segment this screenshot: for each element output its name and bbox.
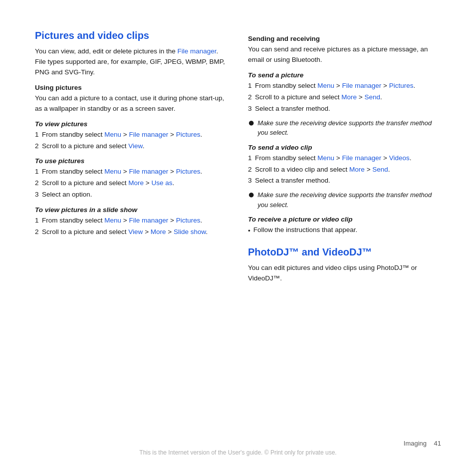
list-item: 1 From standby select Menu > File manage… [35,130,228,140]
to-send-picture-list: 1 From standby select Menu > File manage… [248,81,441,114]
section-title-pictures: Pictures and video clips [35,30,228,41]
list-item: 2 Scroll to a picture and select More > … [248,92,441,103]
list-item: 1 From standby select Menu > File manage… [35,216,228,226]
page-number: 41 [434,440,441,447]
using-pictures-heading: Using pictures [35,84,228,91]
photodj-title: PhotoDJ™ and VideoDJ™ [248,246,441,258]
more-link-2[interactable]: More [151,228,166,236]
pictures-link-4[interactable]: Pictures [389,82,414,89]
note-icon-2: ● [248,189,254,200]
list-item: 2 Scroll to a video clip and select More… [248,165,441,175]
note-icon-1: ● [248,117,254,128]
to-receive-text: Follow the instructions that appear. [253,225,358,236]
view-link-2[interactable]: View [128,228,143,236]
pictures-link-2[interactable]: Pictures [176,168,201,175]
left-column: Pictures and video clips You can view, a… [35,30,228,430]
page: Pictures and video clips You can view, a… [0,0,476,476]
list-item: 2 Scroll to a picture and select View. [35,141,228,152]
send-video-note: ● Make sure the receiving device support… [248,190,441,210]
to-use-list: 1 From standby select Menu > File manage… [35,167,228,200]
list-item: 3 Select a transfer method. [248,104,441,114]
to-view-list: 1 From standby select Menu > File manage… [35,130,228,152]
list-item: 1 From standby select Menu > File manage… [248,81,441,91]
menu-link-4[interactable]: Menu [317,82,334,89]
using-pictures-body: You can add a picture to a contact, use … [35,93,228,114]
send-link-1[interactable]: Send [365,93,381,101]
view-link-1[interactable]: View [128,142,142,150]
right-column: Sending and receiving You can send and r… [248,30,441,430]
more-link-1[interactable]: More [128,179,144,187]
content-area: Pictures and video clips You can view, a… [35,30,441,430]
menu-link-5[interactable]: Menu [317,154,334,162]
list-item: 3 Select an option. [35,190,228,200]
to-send-video-heading: To send a video clip [248,144,441,151]
to-slideshow-list: 1 From standby select Menu > File manage… [35,216,228,238]
to-view-heading: To view pictures [35,120,228,128]
footer: Imaging 41 This is the Internet version … [35,430,441,456]
footer-disclaimer: This is the Internet version of the User… [35,449,441,456]
menu-link-1[interactable]: Menu [104,131,121,138]
list-item: 1 From standby select Menu > File manage… [35,167,228,177]
file-manager-link-intro[interactable]: File manager [177,47,216,55]
file-manager-link-2[interactable]: File manager [129,168,168,175]
page-info: Imaging 41 [35,440,441,447]
file-manager-link-3[interactable]: File manager [129,217,168,224]
to-send-picture-heading: To send a picture [248,71,441,79]
list-item: 3 Select a transfer method. [248,176,441,186]
menu-link-2[interactable]: Menu [104,168,121,175]
page-section: Imaging [404,440,427,447]
to-receive-heading: To receive a picture or video clip [248,216,441,223]
more-link-3[interactable]: More [341,93,357,101]
pictures-link-3[interactable]: Pictures [176,217,201,224]
list-item: 2 Scroll to a picture and select View > … [35,227,228,238]
send-link-2[interactable]: Send [372,166,388,173]
list-item: 1 From standby select Menu > File manage… [248,153,441,164]
file-manager-link-1[interactable]: File manager [129,131,168,138]
sending-heading: Sending and receiving [248,35,441,42]
to-receive-bullet: • Follow the instructions that appear. [248,225,441,237]
send-picture-note: ● Make sure the receiving device support… [248,118,441,138]
to-send-video-list: 1 From standby select Menu > File manage… [248,153,441,187]
to-slideshow-heading: To view pictures in a slide show [35,206,228,214]
photodj-body: You can edit pictures and video clips us… [248,263,441,284]
to-use-heading: To use pictures [35,157,228,165]
sending-body: You can send and receive pictures as a p… [248,44,441,65]
pictures-link-1[interactable]: Pictures [176,131,201,138]
list-item: 2 Scroll to a picture and select More > … [35,178,228,189]
bullet-dot: • [248,226,250,237]
note-text-1: Make sure the receiving device supports … [257,118,441,138]
use-as-link[interactable]: Use as [152,179,173,187]
slide-show-link[interactable]: Slide show [174,228,206,236]
menu-link-3[interactable]: Menu [104,217,121,224]
videos-link[interactable]: Videos [389,154,410,162]
note-text-2: Make sure the receiving device supports … [257,190,441,210]
file-manager-link-5[interactable]: File manager [342,154,381,162]
intro-text: You can view, add, edit or delete pictur… [35,46,228,78]
file-manager-link-4[interactable]: File manager [342,82,381,89]
more-link-4[interactable]: More [349,166,365,173]
